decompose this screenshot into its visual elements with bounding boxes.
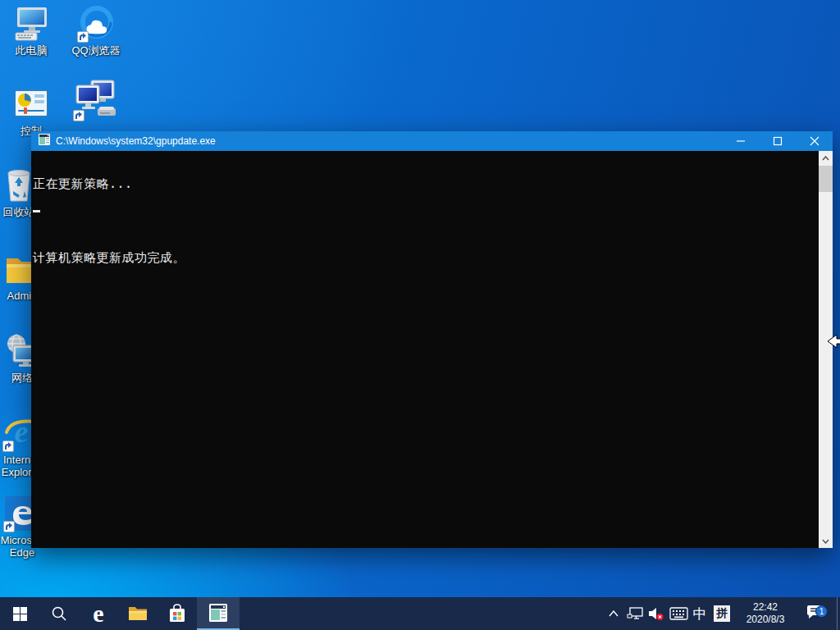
svg-text:e: e xyxy=(15,414,29,449)
mouse-cursor xyxy=(827,334,840,352)
console-output: 正在更新策略... 计算机策略更新成功完成。 xyxy=(33,153,185,289)
tray-network[interactable] xyxy=(624,597,646,630)
console-window: C:\Windows\system32\gpupdate.exe 正在更新策略.… xyxy=(31,131,833,548)
search-icon xyxy=(51,605,67,622)
desktop-icon-label: QQ浏览器 xyxy=(71,44,120,57)
scrollbar-thumb[interactable] xyxy=(819,166,833,192)
scroll-up-icon[interactable] xyxy=(819,151,833,165)
shortcut-arrow-icon xyxy=(73,110,84,121)
desktop-icon-qq-browser[interactable]: QQ浏览器 xyxy=(70,5,122,57)
action-center-button[interactable]: 1 xyxy=(797,597,833,630)
minimize-button[interactable] xyxy=(722,131,759,151)
ime-mode-label: 中 xyxy=(693,605,707,623)
network-status-icon xyxy=(627,606,643,621)
taskbar-edge-button[interactable]: e xyxy=(79,597,118,630)
maximize-button[interactable] xyxy=(759,131,796,151)
taskbar-file-explorer-button[interactable] xyxy=(118,597,158,630)
tray-volume[interactable] xyxy=(646,597,667,630)
edge-icon: e xyxy=(93,602,103,625)
tray-ime-language[interactable]: 中 xyxy=(690,597,710,630)
taskbar-console-button[interactable] xyxy=(197,597,240,630)
clock-time: 22:42 xyxy=(753,601,778,614)
taskbar-store-button[interactable] xyxy=(158,597,197,630)
windows-logo-icon xyxy=(13,607,27,621)
tray-touch-keyboard[interactable] xyxy=(667,597,690,630)
console-window-icon xyxy=(208,602,229,623)
console-line-blank xyxy=(33,215,185,227)
tray-show-hidden-icons[interactable] xyxy=(603,597,624,630)
chevron-up-icon xyxy=(609,610,619,617)
taskbar: e xyxy=(0,597,840,630)
tray-ime-pinyin[interactable]: 拼 xyxy=(710,597,733,630)
console-output-area[interactable]: 正在更新策略... 计算机策略更新成功完成。 xyxy=(31,151,833,548)
console-line: 正在更新策略... xyxy=(33,178,185,190)
shortcut-arrow-icon xyxy=(77,31,89,43)
dual-monitors-icon xyxy=(73,79,119,121)
control-panel-icon xyxy=(12,85,50,123)
scroll-down-icon[interactable] xyxy=(819,534,833,548)
desktop-icon-control-panel[interactable]: 控制 xyxy=(5,85,57,137)
window-title: C:\Windows\system32\gpupdate.exe xyxy=(56,135,722,147)
show-desktop-button[interactable] xyxy=(837,597,840,630)
desktop-icon-label: 回收站 xyxy=(3,206,35,218)
qq-browser-icon xyxy=(77,5,115,43)
desktop: 此电脑 QQ浏览器 控 xyxy=(0,0,840,630)
this-pc-icon xyxy=(12,5,50,43)
console-line: 计算机策略更新成功完成。 xyxy=(33,252,185,264)
clock-date: 2020/8/3 xyxy=(746,614,785,626)
desktop-icon-remote-computers[interactable] xyxy=(70,79,122,121)
desktop-icon-label: 此电脑 xyxy=(16,44,48,57)
desktop-icon-this-pc[interactable]: 此电脑 xyxy=(5,5,57,57)
search-button[interactable] xyxy=(39,597,79,630)
shortcut-arrow-icon xyxy=(2,441,14,452)
start-button[interactable] xyxy=(0,597,39,630)
console-cursor xyxy=(33,210,40,212)
close-button[interactable] xyxy=(796,131,833,151)
window-titlebar[interactable]: C:\Windows\system32\gpupdate.exe xyxy=(31,131,833,151)
file-explorer-icon xyxy=(128,605,148,622)
shortcut-arrow-icon xyxy=(3,521,15,532)
desktop-icon-label: 网络 xyxy=(11,372,33,384)
notification-badge: 1 xyxy=(815,605,828,618)
store-icon xyxy=(168,604,186,623)
ime-pinyin-label: 拼 xyxy=(714,605,730,622)
tray-clock[interactable]: 22:42 2020/8/3 xyxy=(737,597,794,630)
volume-muted-icon xyxy=(648,606,664,621)
keyboard-icon xyxy=(669,607,688,620)
console-app-icon xyxy=(38,133,51,149)
